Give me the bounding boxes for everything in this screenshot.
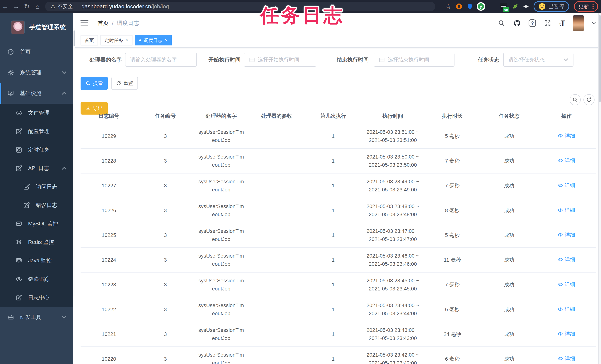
cell-status: 成功 bbox=[481, 182, 537, 190]
cell-handler-name: sysUserSessionTimeoutJob bbox=[193, 153, 249, 169]
hamburger-icon[interactable] bbox=[80, 20, 89, 27]
sidebar-scrollbar[interactable] bbox=[73, 28, 75, 296]
tag-home[interactable]: 首页 bbox=[80, 35, 98, 45]
annotation-title: 任务日志 bbox=[260, 3, 344, 28]
address-bar[interactable]: ⚠ 不安全 dashboard.yudao.iocoder.cn /job/lo… bbox=[45, 2, 435, 11]
profile-paused-chip[interactable]: 已暂停 bbox=[534, 1, 569, 12]
sidebar-item-redis-monitor[interactable]: Redis 监控 bbox=[0, 233, 73, 252]
sidebar-item-tracing[interactable]: 链路追踪 bbox=[0, 270, 73, 288]
cell-job-id: 3 bbox=[137, 281, 193, 289]
sidebar-item-log-center[interactable]: 日志中心 bbox=[0, 288, 73, 307]
cell-duration: 8 毫秒 bbox=[423, 206, 481, 214]
cell-log-id: 10229 bbox=[80, 132, 137, 140]
reset-button[interactable]: 重置 bbox=[111, 77, 138, 90]
extension-grid-icon[interactable] bbox=[489, 3, 495, 10]
font-size-icon[interactable]: tT bbox=[559, 19, 565, 27]
sidebar-item-api-log[interactable]: API 日志 bbox=[0, 159, 73, 178]
screen: ← → ↻ ⌂ ⚠ 不安全 dashboard.yudao.iocoder.cn… bbox=[0, 0, 601, 364]
url-host: dashboard.yudao.iocoder.cn bbox=[81, 3, 151, 10]
sidebar-item-label: 系统管理 bbox=[20, 69, 41, 76]
sidebar: 芋道管理系统 首页 系统管理 基础设施 文件管理 配置管理 bbox=[0, 13, 73, 364]
detail-link[interactable]: 详细 bbox=[558, 231, 575, 239]
extension-shield-icon[interactable] bbox=[467, 3, 473, 10]
cell-execute-index: 1 bbox=[304, 305, 362, 313]
begin-time-picker[interactable]: 选择开始执行时间 bbox=[244, 53, 316, 67]
detail-link[interactable]: 详细 bbox=[558, 181, 575, 189]
caret-down-icon[interactable] bbox=[592, 22, 596, 24]
detail-link[interactable]: 详细 bbox=[558, 305, 575, 313]
fullscreen-icon[interactable] bbox=[544, 19, 551, 27]
browser-back-icon[interactable]: ← bbox=[0, 0, 11, 13]
toggle-search-button[interactable] bbox=[570, 94, 581, 105]
tag-job-log-active[interactable]: 调度日志 × bbox=[135, 35, 172, 45]
column-header: 日志编号 bbox=[80, 112, 137, 120]
tag-scheduled-jobs[interactable]: 定时任务 × bbox=[100, 35, 132, 45]
sidebar-item-label: 配置管理 bbox=[28, 128, 50, 135]
detail-link[interactable]: 详细 bbox=[558, 206, 575, 214]
end-time-picker[interactable]: 选择结束执行时间 bbox=[374, 53, 454, 67]
close-icon[interactable]: × bbox=[126, 38, 128, 43]
handler-name-input[interactable]: 请输入处理器的名字 bbox=[125, 53, 197, 67]
sidebar-item-dev-tools[interactable]: 研发工具 bbox=[0, 307, 73, 328]
browser-menu-icon[interactable] bbox=[592, 4, 594, 9]
browser-reload-icon[interactable]: ↻ bbox=[21, 0, 32, 13]
edit-icon bbox=[16, 165, 22, 172]
cell-execute-time: 2021-05-03 23:51:00 ~2021-05-03 23:51:00 bbox=[362, 128, 423, 144]
close-icon[interactable]: × bbox=[165, 38, 168, 43]
cell-status: 成功 bbox=[481, 355, 537, 363]
browser-forward-icon[interactable]: → bbox=[11, 0, 21, 13]
page-scrollbar[interactable] bbox=[598, 13, 601, 364]
sidebar-item-home[interactable]: 首页 bbox=[0, 41, 73, 62]
table-row: 102203sysUserSessionTimeoutJob12021-05-0… bbox=[80, 347, 596, 364]
user-avatar[interactable] bbox=[573, 15, 584, 31]
detail-link[interactable]: 详细 bbox=[558, 330, 575, 338]
cell-duration: 5 毫秒 bbox=[423, 231, 481, 239]
github-icon[interactable] bbox=[513, 19, 521, 27]
breadcrumb-home[interactable]: 首页 bbox=[98, 20, 109, 27]
job-status-select[interactable]: 请选择任务状态 bbox=[503, 53, 573, 67]
detail-link[interactable]: 详细 bbox=[558, 156, 575, 165]
update-button[interactable]: 更新 bbox=[574, 1, 598, 12]
extension-orange-icon[interactable] bbox=[456, 3, 462, 10]
input-placeholder: 请输入处理器的名字 bbox=[130, 56, 177, 63]
extension-pin-icon[interactable] bbox=[523, 4, 529, 9]
help-icon[interactable]: ? bbox=[529, 20, 536, 27]
cell-status: 成功 bbox=[481, 256, 537, 264]
detail-link[interactable]: 详细 bbox=[558, 354, 575, 363]
extension-leaf-icon[interactable] bbox=[512, 3, 518, 10]
sidebar-item-file-management[interactable]: 文件管理 bbox=[0, 104, 73, 122]
extension-on-icon[interactable]: on bbox=[500, 3, 507, 10]
refresh-table-button[interactable] bbox=[583, 94, 594, 105]
cell-handler-name: sysUserSessionTimeoutJob bbox=[193, 202, 249, 219]
cell-job-id: 3 bbox=[137, 355, 193, 363]
cell-log-id: 10225 bbox=[80, 231, 137, 239]
sidebar-item-system[interactable]: 系统管理 bbox=[0, 62, 73, 83]
sidebar-item-scheduled-jobs[interactable]: 定时任务 bbox=[0, 141, 73, 159]
sidebar-item-access-log[interactable]: 访问日志 bbox=[0, 178, 73, 196]
sidebar-item-config-management[interactable]: 配置管理 bbox=[0, 122, 73, 141]
cell-execute-time: 2021-05-03 23:49:00 ~2021-05-03 23:49:00 bbox=[362, 178, 423, 194]
detail-link[interactable]: 详细 bbox=[558, 280, 575, 288]
bookmark-star-icon[interactable]: ☆ bbox=[446, 3, 451, 10]
sidebar-item-infrastructure[interactable]: 基础设施 bbox=[0, 83, 73, 104]
eye-icon bbox=[558, 232, 563, 237]
sidebar-item-java-monitor[interactable]: Java 监控 bbox=[0, 252, 73, 270]
cell-duration: 7 毫秒 bbox=[423, 281, 481, 289]
search-button[interactable]: 搜索 bbox=[80, 77, 108, 90]
detail-link[interactable]: 详细 bbox=[558, 255, 575, 264]
extension-green-icon[interactable]: y bbox=[478, 3, 484, 10]
cell-handler-name: sysUserSessionTimeoutJob bbox=[193, 277, 249, 293]
sidebar-item-label: Java 监控 bbox=[28, 257, 51, 264]
detail-link[interactable]: 详细 bbox=[558, 132, 575, 140]
search-icon[interactable] bbox=[498, 19, 505, 27]
browser-actions: ☆ y on 已暂停 更新 bbox=[446, 1, 601, 12]
browser-home-icon[interactable]: ⌂ bbox=[32, 0, 43, 13]
chevron-up-icon bbox=[62, 167, 67, 170]
input-placeholder: 选择结束执行时间 bbox=[388, 56, 429, 63]
sidebar-item-label: Redis 监控 bbox=[28, 239, 54, 246]
cell-duration: 6 毫秒 bbox=[423, 305, 481, 313]
cell-log-id: 10223 bbox=[80, 281, 137, 289]
app-logo-row[interactable]: 芋道管理系统 bbox=[0, 13, 73, 41]
sidebar-item-error-log[interactable]: 错误日志 bbox=[0, 196, 73, 214]
sidebar-item-mysql-monitor[interactable]: MySQL 监控 bbox=[0, 214, 73, 233]
